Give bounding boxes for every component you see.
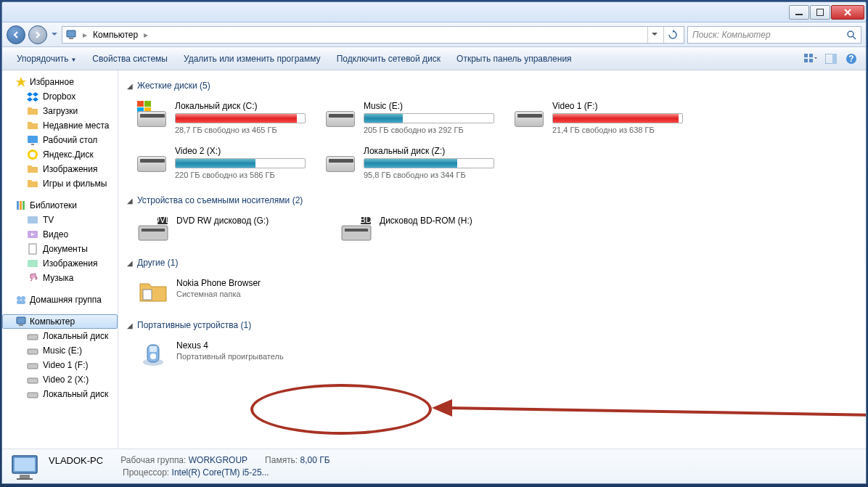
workgroup-value: WORKGROUP [189,455,247,465]
drive-icon [326,146,358,172]
svg-rect-1 [816,9,824,16]
maximize-button[interactable] [810,5,830,20]
address-bar[interactable]: ▸ Компьютер ▸ [62,26,684,44]
sidebar-item-downloads[interactable]: Загрузки [2,104,118,118]
memory-value: 8,00 ГБ [300,455,330,465]
optical-drive-item[interactable]: BD Дисковод BD-ROM (H:) [337,213,526,245]
removable-header[interactable]: ◢Устройства со съемными носителями (2) [127,192,857,208]
pictures-icon [27,258,38,269]
sidebar-item-video1-f[interactable]: Video 1 (F:) [2,358,118,372]
svg-point-16 [30,152,36,157]
open-control-panel-button[interactable]: Открыть панель управления [449,51,579,67]
drive-free-text: 220 ГБ свободно из 586 ГБ [175,171,306,179]
content-pane: ◢Жесткие диски (5) Локальный диск (C:) 2… [118,70,866,449]
back-button[interactable] [7,25,25,44]
help-button[interactable]: ? [844,52,859,66]
map-network-drive-button[interactable]: Подключить сетевой диск [329,51,448,67]
svg-rect-29 [28,335,38,340]
computer-icon [65,29,77,41]
portable-header[interactable]: ◢Портативные устройства (1) [127,317,857,333]
svg-point-49 [150,353,156,359]
drive-item[interactable]: Video 2 (X:) 220 ГБ свободно из 586 ГБ [134,143,308,182]
sidebar: Избранное Dropbox Загрузки Недавние мест… [2,70,118,449]
svg-point-25 [21,296,25,300]
preview-pane-button[interactable] [824,52,838,66]
svg-rect-0 [795,14,803,15]
device-sub: Системная папка [176,290,261,298]
navbar: ▸ Компьютер ▸ Поиск: Компьютер [2,22,866,47]
svg-rect-10 [832,54,837,64]
homegroup-icon [15,294,27,306]
other-header[interactable]: ◢Другие (1) [127,255,857,271]
sidebar-item-local-disk-z[interactable]: Локальный диск [2,387,118,401]
refresh-button[interactable] [663,27,681,43]
close-button[interactable] [831,5,864,20]
forward-button[interactable] [28,25,47,44]
sidebar-item-recent[interactable]: Недавние места [2,118,118,133]
libraries-header[interactable]: Библиотеки [2,198,118,213]
sidebar-item-games[interactable]: Игры и фильмы [2,176,118,191]
drive-item[interactable]: Локальный диск (C:) 28,7 ГБ свободно из … [134,98,308,137]
svg-rect-50 [150,346,157,352]
drive-icon [27,359,38,371]
sidebar-item-pictures[interactable]: Изображения [2,256,118,271]
dropbox-icon [27,91,38,102]
organize-menu[interactable]: Упорядочить▼ [9,51,83,67]
system-folder-item[interactable]: Nokia Phone BrowserСистемная папка [134,275,323,307]
computer-name: VLADOK-PC [49,455,103,466]
sidebar-item-desktop[interactable]: Рабочий стол [2,133,118,147]
minimize-button[interactable] [789,5,809,20]
sidebar-item-video[interactable]: Видео [2,227,118,242]
library-icon [15,200,27,211]
cpu-value: Intel(R) Core(TM) i5-25... [172,467,269,478]
sidebar-item-tv[interactable]: TV [2,213,118,227]
drive-name: Video 2 (X:) [175,146,306,156]
svg-text:DVD: DVD [153,216,169,225]
device-sub: Портативный проигрыватель [176,352,284,361]
svg-rect-32 [28,378,38,383]
recent-icon [27,120,38,131]
device-name: Дисковод BD-ROM (H:) [380,216,472,226]
drive-item[interactable]: Локальный диск (Z:) 95,8 ГБ свободно из … [323,143,497,182]
tv-icon [27,214,38,226]
svg-rect-31 [28,364,38,369]
drive-icon [27,330,38,342]
hard-drives-header[interactable]: ◢Жесткие диски (5) [127,78,857,94]
sidebar-item-images[interactable]: Изображения [2,162,118,176]
drive-usage-bar [364,158,494,168]
svg-point-4 [848,31,853,37]
computer-header[interactable]: Компьютер [2,314,118,329]
sidebar-item-video2-x[interactable]: Video 2 (X:) [2,372,118,387]
address-dropdown[interactable] [647,27,660,43]
toolbar: Упорядочить▼ Свойства системы Удалить ил… [2,47,866,70]
nav-history-dropdown[interactable] [50,28,59,42]
svg-rect-26 [17,300,25,304]
search-box[interactable]: Поиск: Компьютер [687,26,861,44]
homegroup-header[interactable]: Домашняя группа [2,292,118,307]
optical-drive-item[interactable]: DVD DVD RW дисковод (G:) [134,213,323,245]
drive-free-text: 95,8 ГБ свободно из 344 ГБ [364,171,494,179]
annotation-circle [250,384,432,435]
svg-rect-46 [143,290,152,300]
sidebar-item-music-e[interactable]: Music (E:) [2,343,118,358]
drive-name: Video 1 (F:) [552,101,683,111]
drive-item[interactable]: Video 1 (F:) 21,4 ГБ свободно из 638 ГБ [512,98,686,137]
drive-item[interactable]: Music (E:) 205 ГБ свободно из 292 ГБ [323,98,497,137]
svg-rect-8 [809,59,813,62]
sidebar-item-dropbox[interactable]: Dropbox [2,89,118,104]
view-options-button[interactable] [803,52,818,66]
sidebar-item-local-disk-c[interactable]: Локальный диск [2,329,118,343]
breadcrumb-computer[interactable]: Компьютер [93,30,138,40]
drive-icon [27,374,38,385]
system-properties-button[interactable]: Свойства системы [85,51,175,67]
sidebar-item-music[interactable]: Музыка [2,271,118,285]
statusbar: VLADOK-PC Рабочая группа: WORKGROUP Памя… [2,449,866,483]
sidebar-item-yandex[interactable]: Яндекс.Диск [2,147,118,162]
svg-rect-38 [139,226,168,240]
svg-rect-6 [809,54,813,57]
favorites-header[interactable]: Избранное [2,75,118,89]
uninstall-program-button[interactable]: Удалить или изменить программу [176,51,328,67]
drive-usage-bar [552,113,683,123]
portable-device-item[interactable]: Nexus 4Портативный проигрыватель [134,337,323,369]
sidebar-item-documents[interactable]: Документы [2,242,118,256]
